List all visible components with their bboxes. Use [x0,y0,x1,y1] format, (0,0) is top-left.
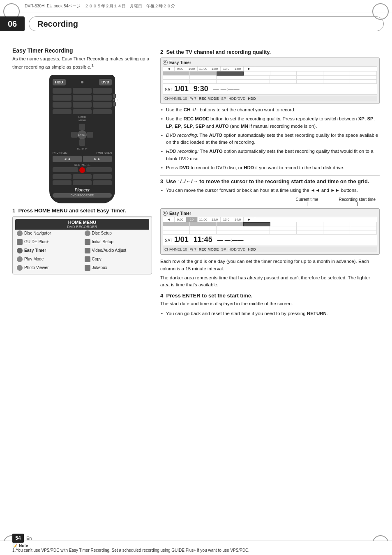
et-time-nav-left: ◄ [163,67,175,71]
remote-enter-button[interactable]: ENTER [78,130,87,139]
remote-num-8[interactable] [73,102,92,108]
remote-rec-2[interactable] [86,167,112,172]
section-intro: As the name suggests, Easy Timer Recordi… [12,55,152,71]
et-status-hdddvd: HDD/DVD [228,97,245,101]
remote-rec-1[interactable] [53,167,78,172]
bullet-move-cursor: You can move the cursor forward or back … [160,187,380,194]
et-time-11: 11:00 [198,67,209,71]
et-grid2-row-3 [163,230,377,235]
remote-dpad-left[interactable] [71,132,78,138]
et-cell-3-8 [350,80,377,84]
et-time-header-row-2: ◄ 9:00 10 11:00 12:0 13:0 14:0 ► [163,217,377,222]
remote-bottom-2[interactable] [73,174,92,179]
remote-num-3[interactable] [93,88,112,94]
et-g2-3-8 [350,230,377,235]
left-column: Easy Timer Recording As the name suggest… [12,43,152,530]
et-status2-sp: SP [221,247,226,251]
home-menu-grid: Disc Navigator Disc Setup GUIDE Plus+ In… [15,230,149,272]
et-time2-nav-left: ◄ [163,217,175,222]
et-cell-3-4 [243,80,270,84]
remote-dpad-up[interactable] [79,124,85,130]
current-time-arrow [307,202,307,206]
page-lang: En [26,536,32,541]
right-column: 2 Set the TV channel and recording quali… [160,43,380,530]
remote-number-grid [53,88,112,108]
remote-hdd-button[interactable]: HDD [53,79,66,85]
et-dash-2: — —:—— [217,237,244,243]
remote-num-2[interactable] [73,88,92,94]
remote-dpad: ENTER [71,124,93,146]
dvd-recorder-label: DVD RECORDER [53,193,112,198]
remote-ch-up[interactable] [113,94,116,98]
et-time-14: 14:0 [232,67,244,71]
remote-top-row: HDD DVD [53,79,112,85]
bullet-dvd-rec: DVD recording: The AUTO option automatic… [160,132,380,146]
easy-timer-heading: Easy Timer Recording [12,47,152,54]
remote-bottom-1[interactable] [53,174,71,179]
home-menu-easy-timer: Easy Timer [15,247,82,254]
et-status2-hdddvd: HDD/DVD [228,247,245,251]
note-icon: 📝 [12,543,17,548]
page-number: 54 [12,534,24,543]
remote-extra-1[interactable] [53,109,71,114]
et-time-10: 10:0 [186,67,198,71]
remote-dpad-right[interactable] [87,132,93,138]
et-time-val-2: 11:45 [194,235,212,244]
home-menu-play-mode: Play Mode [15,256,82,263]
et-grid-row-1 [163,71,377,76]
et-grid-body [163,71,377,84]
remote-num-5[interactable] [73,95,92,101]
et-time2-nav-right: ► [244,217,255,222]
et-grid-1: ◄ 9:00 10:0 11:00 12:0 13:0 14:0 ► [163,66,377,94]
easy-timer-clock-icon: ⊙ [163,60,168,65]
et-time-13: 13:0 [221,67,232,71]
step3-heading: 3 Use ↑/↓/←/→ to move the cursor to the … [160,175,380,184]
file-info: DVR-530H_EU.book 54ページ ２００５年２月１４日 月曜日 午後… [25,3,175,9]
et-g2-2-2 [190,226,217,230]
et-cell-cursor[interactable] [217,71,244,76]
et-cell-2-7 [323,76,350,80]
et-g2-2-1 [163,226,190,230]
remote-num-7[interactable] [53,102,71,108]
et-cell-passed-1-2 [190,71,217,76]
et-g2-2-3 [217,226,243,230]
remote-extra-2[interactable] [73,109,92,114]
remote-bottom-4[interactable] [53,180,71,185]
remote-num-9[interactable] [93,102,112,108]
page-number-area: 54 En [12,534,32,543]
et-grid-row-3 [163,80,377,84]
remote-rec-button[interactable] [79,167,85,173]
remote-bottom-5[interactable] [73,180,92,185]
diagram-container: Current time Recording start time ⊙ Easy… [160,197,380,255]
et-status-bar-2: CHANNEL 10 Pr 7 REC MODE SP HDD/DVD HDD [163,246,377,252]
step4-text1: The start date and time is displayed in … [160,300,380,307]
easy-timer-display-1: ⊙ Easy Timer ◄ 9:00 10:0 11:00 12:0 13:0… [160,58,380,104]
remote-num-6[interactable] [93,95,112,101]
remote-extra-3[interactable] [93,109,112,114]
step2-heading: 2 Set the TV channel and recording quali… [160,49,380,55]
chapter-title-box: Recording [29,16,384,31]
home-menu-title-text: HOME MENU [17,220,148,225]
et-cell-2-6 [297,76,323,80]
remote-fwd-scan-button[interactable]: ►► [83,156,112,162]
et-g2-2-6 [297,226,323,230]
et-status-bar-1: CHANNEL 10 Pr 7 REC MODE SP HDD/DVD HDD [163,96,377,101]
et-time-nav-right: ► [244,67,255,71]
remote-bottom-6[interactable] [93,180,112,185]
home-menu-box: HOME MENU DVD RECORDER Disc Navigator Di… [12,216,152,274]
remote-num-4[interactable] [53,95,71,101]
remote-rev-scan-button[interactable]: ◄◄ [53,156,82,162]
et-g2-2-5 [270,226,297,230]
remote-num-1[interactable] [53,88,71,94]
et-time2-13: 13:0 [221,217,232,222]
remote-dvd-button[interactable]: DVD [99,79,112,85]
et-g2-cursor[interactable] [243,222,270,226]
remote-bottom-3[interactable] [93,174,112,179]
et-time-header-row: ◄ 9:00 10:0 11:00 12:0 13:0 14:0 ► [163,67,377,71]
main-content: Easy Timer Recording As the name suggest… [0,39,392,530]
et-cell-3-3 [217,80,243,84]
et-cell-3-7 [323,80,350,84]
remote-ch-down[interactable] [113,102,116,106]
remote-dpad-down[interactable] [79,139,85,146]
et-status-channel: CHANNEL 10 [164,97,187,101]
